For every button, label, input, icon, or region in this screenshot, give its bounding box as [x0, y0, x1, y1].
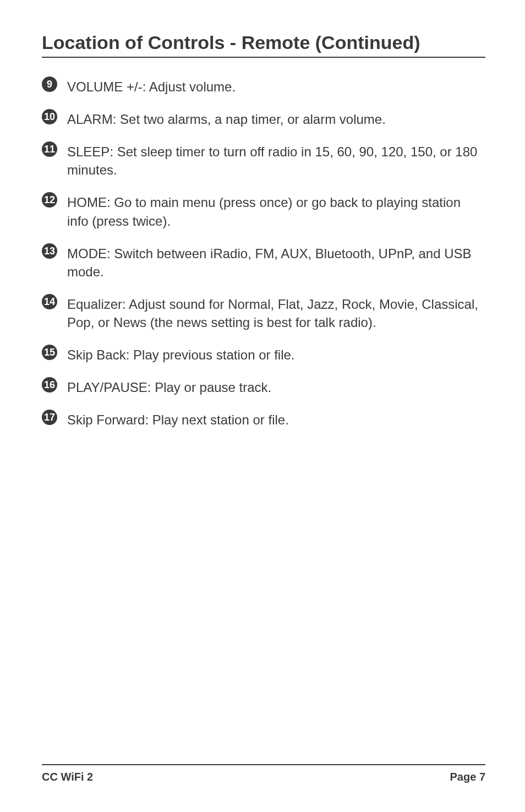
footer-right: Page 7 — [450, 771, 485, 783]
item-number-badge: 14 — [42, 294, 67, 309]
item-description: Skip Back: Play previous station or file… — [67, 346, 295, 364]
item-description: ALARM: Set two alarms, a nap timer, or a… — [67, 110, 386, 128]
list-item: 11 SLEEP: Set sleep timer to turn off ra… — [42, 143, 485, 179]
item-number-badge: 11 — [42, 141, 67, 157]
item-description: MODE: Switch between iRadio, FM, AUX, Bl… — [67, 244, 485, 281]
list-item: 15 Skip Back: Play previous station or f… — [42, 346, 485, 364]
controls-list: 9 VOLUME +/-: Adjust volume. 10 ALARM: S… — [42, 78, 485, 764]
number-circle-icon: 12 — [42, 192, 57, 208]
item-number-badge: 15 — [42, 345, 67, 360]
item-number-badge: 16 — [42, 377, 67, 393]
list-item: 13 MODE: Switch between iRadio, FM, AUX,… — [42, 244, 485, 281]
item-description: SLEEP: Set sleep timer to turn off radio… — [67, 143, 485, 179]
number-circle-icon: 15 — [42, 345, 57, 360]
item-description: VOLUME +/-: Adjust volume. — [67, 78, 236, 96]
item-number-badge: 9 — [42, 77, 67, 92]
list-item: 14 Equalizer: Adjust sound for Normal, F… — [42, 295, 485, 331]
number-circle-icon: 11 — [42, 141, 57, 157]
list-item: 12 HOME: Go to main menu (press once) or… — [42, 193, 485, 230]
number-circle-icon: 17 — [42, 410, 57, 425]
item-description: Skip Forward: Play next station or file. — [67, 411, 289, 429]
item-number-badge: 10 — [42, 109, 67, 124]
footer-left: CC WiFi 2 — [42, 771, 93, 783]
item-number-badge: 13 — [42, 243, 67, 259]
item-description: PLAY/PAUSE: Play or pause track. — [67, 378, 271, 396]
number-circle-icon: 13 — [42, 243, 57, 259]
list-item: 9 VOLUME +/-: Adjust volume. — [42, 78, 485, 96]
number-circle-icon: 10 — [42, 109, 57, 124]
list-item: 10 ALARM: Set two alarms, a nap timer, o… — [42, 110, 485, 128]
item-description: HOME: Go to main menu (press once) or go… — [67, 193, 485, 230]
number-circle-icon: 14 — [42, 294, 57, 309]
list-item: 16 PLAY/PAUSE: Play or pause track. — [42, 378, 485, 396]
list-item: 17 Skip Forward: Play next station or fi… — [42, 411, 485, 429]
item-number-badge: 12 — [42, 192, 67, 208]
page-footer: CC WiFi 2 Page 7 — [42, 764, 485, 783]
item-number-badge: 17 — [42, 410, 67, 425]
number-circle-icon: 9 — [42, 77, 57, 92]
page-title: Location of Controls - Remote (Continued… — [42, 32, 485, 58]
number-circle-icon: 16 — [42, 377, 57, 393]
item-description: Equalizer: Adjust sound for Normal, Flat… — [67, 295, 485, 331]
